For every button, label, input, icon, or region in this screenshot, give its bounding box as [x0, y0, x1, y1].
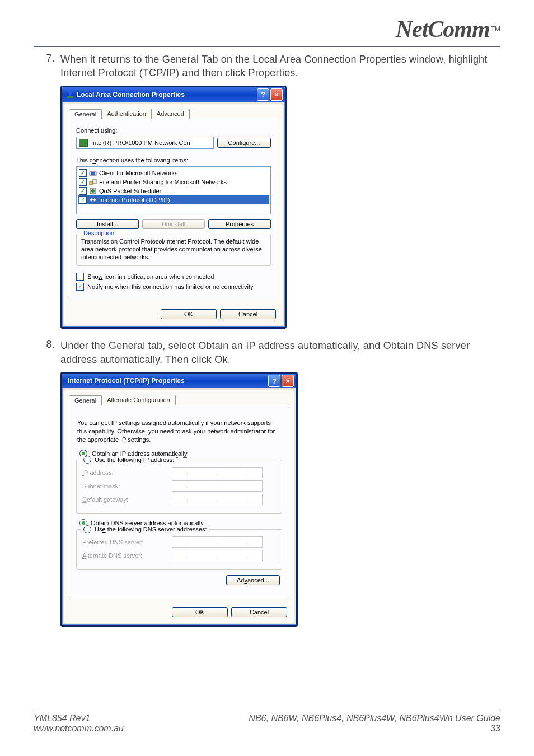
svg-point-8 [93, 199, 96, 201]
list-item-label: Internet Protocol (TCP/IP) [99, 197, 170, 203]
properties-button[interactable]: Properties [208, 219, 271, 229]
page-number: 33 [490, 724, 500, 734]
nic-name: Intel(R) PRO/1000 PM Network Con [91, 139, 190, 146]
svg-rect-0 [67, 96, 73, 98]
header-rule [34, 46, 500, 47]
dns-group: Use the following DNS server addresses: … [76, 529, 282, 570]
ip-label: IP address: [82, 469, 172, 476]
list-item-label: QoS Packet Scheduler [99, 188, 161, 194]
component-list[interactable]: ✓ Client for Microsoft Networks ✓ File a… [76, 166, 271, 214]
trademark: TM [491, 25, 500, 33]
help-button[interactable]: ? [257, 88, 269, 101]
dialog-body: General Alternate Configuration You can … [64, 390, 294, 623]
tcpip-properties-dialog: Internet Protocol (TCP/IP) Properties ? … [60, 372, 298, 627]
list-item-label: Client for Microsoft Networks [99, 170, 178, 176]
list-item-selected[interactable]: ✓ Internet Protocol (TCP/IP) [78, 195, 269, 204]
cancel-button[interactable]: Cancel [220, 309, 276, 319]
share-icon [89, 178, 97, 186]
nic-icon [79, 139, 88, 147]
configure-button[interactable]: Configure... [217, 138, 271, 148]
intro-text: You can get IP settings assigned automat… [77, 419, 281, 444]
subnet-input: ... [172, 480, 263, 492]
gateway-input: ... [172, 494, 263, 505]
description-text: Transmission Control Protocol/Internet P… [81, 237, 266, 262]
ip-input: ... [172, 467, 263, 478]
header: NetComm TM [34, 16, 500, 43]
qos-icon [89, 187, 97, 195]
pref-dns-label: Preferred DNS server: [82, 539, 172, 545]
tab-advanced[interactable]: Advanced [151, 109, 190, 119]
pref-dns-input: ... [172, 536, 263, 548]
step-text: When it returns to the General Tab on th… [60, 53, 500, 80]
items-label: This connection uses the following items… [76, 157, 271, 164]
list-item[interactable]: ✓ Client for Microsoft Networks [78, 169, 269, 178]
tab-general[interactable]: General [69, 395, 102, 405]
radio-use-dns[interactable] [83, 525, 91, 533]
notify-checkbox[interactable]: ✓ [76, 283, 84, 291]
page-footer: YML854 Rev1 NB6, NB6W, NB6Plus4, NB6Plus… [34, 711, 500, 734]
radio-use-ip[interactable] [83, 456, 91, 464]
svg-rect-4 [93, 179, 96, 184]
alt-dns-label: Alternate DNS server: [82, 552, 172, 559]
advanced-button[interactable]: Advanced... [226, 575, 280, 585]
step-text: Under the General tab, select Obtain an … [60, 339, 500, 366]
checkbox-icon[interactable]: ✓ [79, 169, 87, 177]
description-legend: Description [81, 230, 116, 236]
brand-logo: NetComm [396, 16, 490, 43]
checkbox-icon[interactable]: ✓ [79, 187, 87, 195]
step-number: 7. [34, 53, 60, 80]
use-dns-legend: Use the following DNS server addresses: [81, 525, 209, 533]
list-item[interactable]: ✓ File and Printer Sharing for Microsoft… [78, 178, 269, 186]
close-button[interactable]: × [282, 375, 294, 387]
cancel-button[interactable]: Cancel [231, 607, 287, 617]
checkbox-icon[interactable]: ✓ [79, 178, 87, 186]
tab-general[interactable]: General [69, 109, 102, 119]
lan-properties-dialog: Local Area Connection Properties ? × Gen… [60, 86, 287, 329]
show-icon-label: Show icon in notification area when conn… [87, 273, 214, 280]
tab-strip: General Authentication Advanced [69, 109, 282, 119]
ip-group: Use the following IP address: IP address… [76, 460, 282, 514]
titlebar: Internet Protocol (TCP/IP) Properties ? … [62, 374, 296, 388]
notify-label: Notify me when this connection has limit… [87, 283, 254, 290]
connection-icon [65, 90, 74, 99]
svg-point-7 [90, 199, 92, 201]
tcpip-icon [89, 196, 97, 204]
tab-authentication[interactable]: Authentication [101, 109, 152, 119]
titlebar: Local Area Connection Properties ? × [62, 87, 285, 102]
svg-point-6 [91, 189, 95, 193]
nic-display: Intel(R) PRO/1000 PM Network Con [76, 137, 214, 149]
alt-dns-input: ... [172, 550, 263, 561]
use-ip-legend: Use the following IP address: [81, 456, 176, 464]
show-icon-checkbox[interactable]: ✓ [76, 273, 84, 281]
svg-rect-3 [90, 181, 93, 185]
ok-button[interactable]: OK [161, 309, 217, 319]
uninstall-button: Uninstall [142, 219, 205, 229]
list-item-label: File and Printer Sharing for Microsoft N… [99, 179, 227, 185]
radio-label: Use the following DNS server addresses: [95, 526, 207, 533]
footer-url: www.netcomm.com.au [34, 724, 124, 734]
step-7: 7. When it returns to the General Tab on… [34, 53, 500, 80]
checkbox-icon[interactable]: ✓ [79, 196, 87, 204]
dialog-title: Local Area Connection Properties [77, 91, 256, 99]
tab-alternate[interactable]: Alternate Configuration [101, 395, 176, 405]
ok-button[interactable]: OK [172, 607, 228, 617]
list-item[interactable]: ✓ QoS Packet Scheduler [78, 186, 269, 195]
client-icon [89, 169, 97, 177]
description-group: Description Transmission Control Protoco… [76, 234, 271, 267]
tab-strip: General Alternate Configuration [69, 395, 293, 405]
step-number: 8. [34, 339, 60, 366]
dialog-body: General Authentication Advanced Connect … [64, 104, 283, 326]
radio-label: Use the following IP address: [95, 456, 174, 463]
close-button[interactable]: × [270, 88, 283, 101]
connect-using-label: Connect using: [76, 127, 271, 134]
step-8: 8. Under the General tab, select Obtain … [34, 339, 500, 366]
svg-rect-2 [91, 172, 95, 175]
help-button[interactable]: ? [268, 375, 280, 387]
tab-pane-general: You can get IP settings assigned automat… [69, 405, 289, 598]
install-button[interactable]: Install... [76, 219, 139, 229]
tab-pane-general: Connect using: Intel(R) PRO/1000 PM Netw… [69, 119, 278, 301]
footer-product-line: NB6, NB6W, NB6Plus4, NB6Plus4W, NB6Plus4… [249, 713, 500, 724]
footer-doc-id: YML854 Rev1 [34, 713, 90, 724]
subnet-label: Subnet mask: [82, 483, 172, 489]
gateway-label: Default gateway: [82, 496, 172, 503]
